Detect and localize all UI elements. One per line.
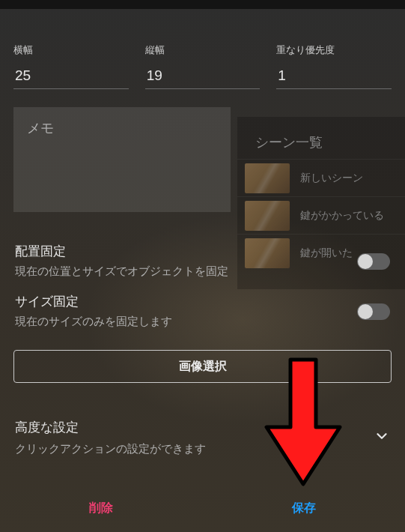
advanced-title: 高度な設定	[15, 419, 206, 436]
advanced-desc: クリックアクションの設定ができます	[15, 442, 206, 456]
scene-thumbnail	[245, 201, 290, 231]
scene-thumbnail	[245, 163, 290, 193]
scene-list-title: シーン一覧	[237, 117, 405, 159]
top-bar	[0, 0, 405, 9]
lock-size-texts: サイズ固定 現在のサイズのみを固定します	[15, 294, 348, 329]
toggle-knob	[358, 304, 373, 319]
scene-thumbnail	[245, 238, 290, 268]
lock-size-row: サイズ固定 現在のサイズのみを固定します	[13, 286, 392, 336]
lock-size-desc: 現在のサイズのみを固定します	[15, 315, 348, 329]
delete-button[interactable]: 削除	[0, 501, 203, 516]
height-label: 縦幅	[145, 43, 261, 57]
image-select-button[interactable]: 画像選択	[13, 350, 392, 383]
toggle-knob	[358, 254, 373, 269]
zindex-field: 重なり優先度	[276, 43, 392, 89]
lock-size-toggle[interactable]	[357, 303, 390, 320]
object-settings-panel: 横幅 縦幅 重なり優先度 シーン一覧 新しいシーン 鍵がかかっている 鍵が開いた	[0, 9, 405, 458]
scene-item[interactable]: 鍵がかかっている	[237, 196, 405, 234]
dimension-fields: 横幅 縦幅 重なり優先度	[13, 13, 392, 89]
advanced-texts: 高度な設定 クリックアクションの設定ができます	[15, 419, 206, 456]
chevron-down-icon	[374, 428, 390, 447]
scene-item-label: 鍵が開いた	[300, 247, 353, 260]
scene-item-label: 新しいシーン	[300, 172, 363, 185]
zindex-input[interactable]	[276, 64, 392, 89]
zindex-label: 重なり優先度	[276, 43, 392, 57]
width-input[interactable]	[13, 64, 129, 89]
advanced-settings-row[interactable]: 高度な設定 クリックアクションの設定ができます	[13, 417, 392, 458]
memo-textarea[interactable]	[13, 107, 231, 212]
save-button[interactable]: 保存	[203, 501, 406, 516]
width-field: 横幅	[13, 43, 129, 89]
scene-item-label: 鍵がかかっている	[300, 209, 384, 223]
lock-size-title: サイズ固定	[15, 294, 348, 310]
height-field: 縦幅	[145, 43, 261, 89]
footer-actions: 削除 保存	[0, 484, 405, 532]
scene-item[interactable]: 新しいシーン	[237, 159, 405, 196]
width-label: 横幅	[13, 43, 129, 57]
height-input[interactable]	[145, 64, 261, 89]
lock-position-toggle[interactable]	[357, 253, 390, 270]
